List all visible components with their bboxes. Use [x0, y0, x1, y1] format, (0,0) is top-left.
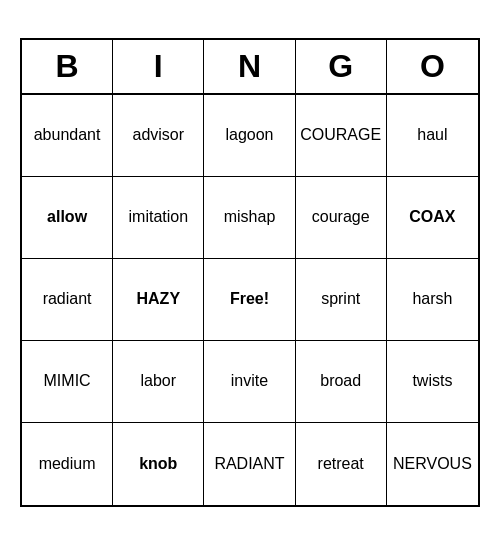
bingo-cell-21: knob	[113, 423, 204, 505]
bingo-cell-14: harsh	[387, 259, 478, 341]
cell-text-18: broad	[320, 371, 361, 390]
bingo-cell-4: haul	[387, 95, 478, 177]
header-letter-o: O	[387, 40, 478, 93]
bingo-cell-3: COURAGE	[296, 95, 387, 177]
cell-text-10: radiant	[43, 289, 92, 308]
cell-text-20: medium	[39, 454, 96, 473]
header-letter-b: B	[22, 40, 113, 93]
cell-text-24: NERVOUS	[393, 454, 472, 473]
cell-text-23: retreat	[318, 454, 364, 473]
header-letter-n: N	[204, 40, 295, 93]
cell-text-12: Free!	[230, 289, 269, 308]
cell-text-4: haul	[417, 125, 447, 144]
header-letter-g: G	[296, 40, 387, 93]
bingo-cell-7: mishap	[204, 177, 295, 259]
cell-text-19: twists	[412, 371, 452, 390]
bingo-cell-23: retreat	[296, 423, 387, 505]
cell-text-9: COAX	[409, 207, 455, 226]
cell-text-16: labor	[141, 371, 177, 390]
cell-text-7: mishap	[224, 207, 276, 226]
bingo-card: BINGO abundantadvisorlagoonCOURAGEhaulal…	[20, 38, 480, 507]
bingo-cell-19: twists	[387, 341, 478, 423]
bingo-cell-10: radiant	[22, 259, 113, 341]
bingo-cell-0: abundant	[22, 95, 113, 177]
cell-text-13: sprint	[321, 289, 360, 308]
bingo-cell-13: sprint	[296, 259, 387, 341]
bingo-cell-6: imitation	[113, 177, 204, 259]
bingo-cell-11: HAZY	[113, 259, 204, 341]
cell-text-15: MIMIC	[44, 371, 91, 390]
bingo-cell-15: MIMIC	[22, 341, 113, 423]
bingo-cell-9: COAX	[387, 177, 478, 259]
cell-text-2: lagoon	[225, 125, 273, 144]
bingo-cell-18: broad	[296, 341, 387, 423]
bingo-cell-22: RADIANT	[204, 423, 295, 505]
cell-text-3: COURAGE	[300, 125, 381, 144]
cell-text-11: HAZY	[137, 289, 181, 308]
cell-text-5: allow	[47, 207, 87, 226]
bingo-cell-5: allow	[22, 177, 113, 259]
bingo-cell-16: labor	[113, 341, 204, 423]
bingo-cell-12: Free!	[204, 259, 295, 341]
bingo-cell-2: lagoon	[204, 95, 295, 177]
bingo-header: BINGO	[22, 40, 478, 95]
cell-text-0: abundant	[34, 125, 101, 144]
cell-text-6: imitation	[129, 207, 189, 226]
header-letter-i: I	[113, 40, 204, 93]
cell-text-1: advisor	[133, 125, 185, 144]
cell-text-21: knob	[139, 454, 177, 473]
bingo-cell-20: medium	[22, 423, 113, 505]
bingo-grid: abundantadvisorlagoonCOURAGEhaulallowimi…	[22, 95, 478, 505]
bingo-cell-24: NERVOUS	[387, 423, 478, 505]
bingo-cell-1: advisor	[113, 95, 204, 177]
cell-text-8: courage	[312, 207, 370, 226]
cell-text-14: harsh	[412, 289, 452, 308]
bingo-cell-8: courage	[296, 177, 387, 259]
cell-text-17: invite	[231, 371, 268, 390]
cell-text-22: RADIANT	[214, 454, 284, 473]
bingo-cell-17: invite	[204, 341, 295, 423]
